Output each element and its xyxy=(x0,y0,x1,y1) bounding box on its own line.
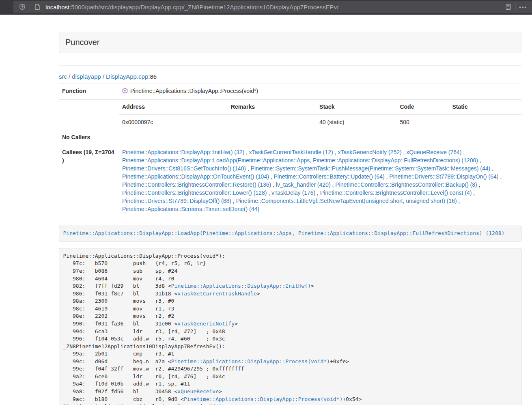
function-cube-icon xyxy=(122,88,128,96)
callee-link[interactable]: vTaskDelay (176) xyxy=(271,190,315,196)
url-host: localhost xyxy=(45,4,69,11)
page-content: Puncover src/displayapp/DisplayApp.cpp:8… xyxy=(59,32,521,405)
callee-link[interactable]: xTaskGetCurrentTaskHandle (12) xyxy=(249,149,333,155)
callee-link[interactable]: Pinetime::Controllers::BrightnessControl… xyxy=(122,190,267,196)
url-input[interactable]: localhost:5000/path/src/displayapp/Displ… xyxy=(45,4,502,11)
col-header-code: Code xyxy=(396,100,449,115)
address-value: 0x0000097c xyxy=(119,115,228,130)
function-name: Pinetime::Applications::DisplayApp::Proc… xyxy=(130,88,258,94)
col-header-stack: Stack xyxy=(316,100,396,115)
col-header-address: Address xyxy=(119,100,228,115)
url-path: :5000/path/src/displayapp/DisplayApp.cpp… xyxy=(69,4,338,11)
page-title-box: Puncover xyxy=(59,32,521,53)
callee-link[interactable]: Pinetime::Drivers::Cst816S::GetTouchInfo… xyxy=(122,165,246,172)
loadapp-symbol-block: Pinetime::Applications::DisplayApp::Load… xyxy=(59,226,521,242)
callee-link[interactable]: Pinetime::Controllers::BrightnessControl… xyxy=(122,181,271,188)
breadcrumb-displayapp[interactable]: displayapp xyxy=(72,73,101,80)
code-symbol-link[interactable]: xQueueReceive xyxy=(177,388,219,394)
callee-link[interactable]: Pinetime::System::SystemTask::PushMessag… xyxy=(251,165,491,172)
callee-link[interactable]: xQueueReceive (764) xyxy=(406,149,461,155)
callee-link[interactable]: Pinetime::Applications::DisplayApp::Load… xyxy=(122,157,478,164)
browser-chrome: localhost:5000/path/src/displayapp/Displ… xyxy=(0,0,532,15)
page-icon[interactable] xyxy=(32,1,43,13)
disassembly-block: Pinetime::Applications::DisplayApp::Proc… xyxy=(59,248,521,405)
page-title: Puncover xyxy=(65,38,100,47)
code-symbol-link[interactable]: xTaskGetCurrentTaskHandle xyxy=(177,291,257,297)
url-bar[interactable]: localhost:5000/path/src/displayapp/Displ… xyxy=(13,1,532,13)
breadcrumb-separator: / xyxy=(67,73,72,80)
loadapp-symbol-link[interactable]: Pinetime::Applications::DisplayApp::Load… xyxy=(63,230,505,236)
static-value xyxy=(449,115,521,130)
function-label: Function xyxy=(59,84,119,100)
breadcrumb-line-number: :86 xyxy=(148,73,157,80)
code-symbol-link[interactable]: Pinetime::Applications::DisplayApp::Proc… xyxy=(171,358,330,364)
code-value: 500 xyxy=(396,115,449,130)
no-callers-label: No Callers xyxy=(59,130,119,145)
callee-link[interactable]: Pinetime::Drivers::St7789::DisplayOn() (… xyxy=(389,173,498,180)
metrics-label-empty xyxy=(59,99,119,130)
breadcrumb-separator: / xyxy=(101,73,106,80)
urlbar-divider-right xyxy=(515,3,516,11)
callee-link[interactable]: Pinetime::Controllers::BrightnessControl… xyxy=(320,190,472,196)
callee-link[interactable]: Pinetime::Drivers::St7789::DisplayOff() … xyxy=(122,198,231,204)
code-symbol-link[interactable]: Pinetime::Applications::DisplayApp::Proc… xyxy=(184,396,342,402)
callee-link[interactable]: Pinetime::Applications::DisplayApp::Init… xyxy=(122,149,244,155)
callee-link[interactable]: Pinetime::Applications::Screens::Timer::… xyxy=(122,206,259,212)
code-symbol-link[interactable]: Pinetime::Applications::DisplayApp::Init… xyxy=(171,283,311,289)
function-info-table: Function Pinetime::Applications::Display… xyxy=(59,84,521,217)
callee-link[interactable]: Pinetime::Components::LittleVgl::SetNewT… xyxy=(236,198,457,204)
no-callers-cell xyxy=(119,130,521,145)
callee-link[interactable]: Pinetime::Controllers::BrightnessControl… xyxy=(335,181,477,188)
shield-icon[interactable] xyxy=(17,1,28,13)
callee-link[interactable]: Pinetime::Applications::DisplayApp::OnTo… xyxy=(122,173,269,180)
breadcrumb-file[interactable]: DisplayApp.cpp xyxy=(106,73,148,80)
menu-dots-icon[interactable]: ••• xyxy=(517,1,529,13)
divider xyxy=(59,65,521,66)
col-header-remarks: Remarks xyxy=(228,100,316,115)
function-row: Function Pinetime::Applications::Display… xyxy=(59,84,521,100)
no-callers-row: No Callers xyxy=(59,130,521,145)
breadcrumb: src/displayapp/DisplayApp.cpp:86 xyxy=(59,73,521,80)
callee-link[interactable]: lv_task_handler (420) xyxy=(276,181,331,188)
breadcrumb-src[interactable]: src xyxy=(59,73,67,80)
remarks-value xyxy=(228,115,316,130)
function-name-cell: Pinetime::Applications::DisplayApp::Proc… xyxy=(119,84,521,100)
metrics-cell: Address Remarks Stack Code Static 0x0000… xyxy=(119,99,521,130)
callees-row: Callees (19, Σ=3704 ) Pinetime::Applicat… xyxy=(59,145,521,216)
urlbar-divider xyxy=(30,3,30,11)
callees-cell: Pinetime::Applications::DisplayApp::Init… xyxy=(119,145,521,216)
metrics-row: Address Remarks Stack Code Static 0x0000… xyxy=(59,99,521,130)
table-row: 0x0000097c 40 (static) 500 xyxy=(119,115,521,130)
callees-label: Callees (19, Σ=3704 ) xyxy=(59,145,119,216)
reader-mode-icon[interactable] xyxy=(502,1,514,13)
callee-link[interactable]: Pinetime::Controllers::Battery::Update()… xyxy=(274,173,385,180)
callee-link[interactable]: xTaskGenericNotify (252) xyxy=(338,149,401,155)
metrics-table: Address Remarks Stack Code Static 0x0000… xyxy=(119,100,521,130)
code-symbol-link[interactable]: xTaskGenericNotify xyxy=(177,321,235,327)
stack-value: 40 (static) xyxy=(316,115,396,130)
col-header-static: Static xyxy=(449,100,521,115)
